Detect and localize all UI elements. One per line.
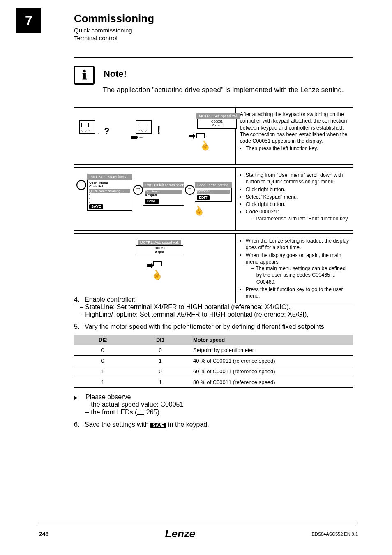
step-row-1: · ? ! ↔ MCTRL: Act. speed val. C00051 0 … — [74, 107, 353, 165]
doc-id: EDS84ASC552 EN 9.1 — [311, 532, 358, 536]
step2-b5: Code 00002/1: Parameterise with left "Ed… — [246, 208, 350, 222]
step2-graphic: Par1 8400 StateLineC User - Menu Code li… — [74, 168, 236, 230]
insert-arrow-icon — [147, 261, 162, 268]
table-row: 0140 % of C00011 (reference speed) — [74, 356, 353, 366]
scroll-icon — [76, 180, 86, 190]
save-key-inline: SAVE — [150, 423, 166, 428]
menu3-title: Load Lenze setting — [195, 182, 232, 188]
step3-text: When the Lenze setting is loaded, the di… — [236, 234, 353, 303]
menu2-body: Terminals Keypad SAVE — [143, 188, 184, 206]
step1-graphic: · ? ! ↔ MCTRL: Act. speed val. C00051 0 … — [74, 108, 236, 164]
table-cell: Setpoint by potentiometer — [189, 345, 353, 356]
table-cell: 60 % of C00011 (reference speed) — [189, 366, 353, 377]
hand-icon: ☝ — [191, 204, 206, 218]
hand-icon: ☝ — [197, 139, 212, 153]
step-row-3: MCTRL: Act. speed val. C00051 0 rpm ☝ Wh… — [74, 233, 353, 303]
cord-icon: · — [97, 128, 99, 139]
step1-line2: The connection has been established when… — [240, 131, 350, 145]
screen-value: 0 rpm — [138, 250, 181, 254]
step1-text: After attaching the keypad or switching … — [236, 108, 353, 164]
page-number: 248 — [39, 531, 48, 537]
item-5: 5.Vary the motor speed with the potentio… — [74, 323, 353, 416]
table-cell: 0 — [74, 356, 131, 366]
table-cell: 80 % of C00011 (reference speed) — [189, 377, 353, 388]
table-cell: 1 — [131, 377, 189, 388]
table-cell: 1 — [74, 377, 131, 388]
step2-b5-dash: Parameterise with left "Edit" function k… — [246, 215, 350, 222]
click-icon — [133, 185, 143, 195]
screen-body: C00051 0 rpm — [197, 119, 237, 129]
click-icon — [185, 185, 195, 195]
col-di2: DI2 — [74, 335, 131, 345]
save-key: SAVE — [89, 204, 103, 209]
table-row: 1060 % of C00011 (reference speed) — [74, 366, 353, 377]
lenze-logo: Lenze — [165, 527, 196, 540]
observe-a: the actual speed value: C00051 — [74, 401, 353, 408]
step2-b1: Starting from "User menu" scroll down wi… — [246, 171, 350, 185]
menu1-body: User - Menu Code list Quick commissionin… — [87, 180, 132, 211]
step3-b2: When the display goes on again, the main… — [246, 251, 350, 285]
table-head-row: DI2 DI1 Motor speed — [74, 335, 353, 345]
col-di1: DI1 — [131, 335, 189, 345]
menu2-title: Par1 Quick commissioning — [143, 182, 184, 188]
step3-b2-dash: The main menu settings can be defined by… — [246, 265, 350, 285]
table-cell: 1 — [74, 366, 131, 377]
menu3-body: C00002/1 EDIT — [195, 188, 232, 202]
item4-b: HighLine/TopLine: Set terminal X5/RFR to… — [74, 311, 353, 318]
observe: Please observe — [74, 393, 353, 401]
chapter-sub1: Quick commissioning — [74, 27, 154, 34]
table-cell: 0 — [74, 345, 131, 356]
menu1-r3: Code list — [89, 185, 130, 189]
step-row-2: Par1 8400 StateLineC User - Menu Code li… — [74, 167, 353, 231]
chapter-number: 7 — [16, 8, 41, 33]
body-text: 4.Enable controller: StateLine: Set term… — [74, 296, 353, 433]
hand-icon: ☝ — [149, 268, 164, 282]
table-row: 00Setpoint by potentiometer — [74, 345, 353, 356]
edit-key: EDIT — [197, 195, 210, 200]
menu3-r2: C00002/1 — [197, 190, 211, 193]
screen-body: C00051 0 rpm — [136, 245, 183, 255]
chapter-title: Commissioning — [74, 12, 154, 25]
page-footer: 248 Lenze EDS84ASC552 EN 9.1 — [39, 523, 358, 540]
table-cell: 40 % of C00011 (reference speed) — [189, 356, 353, 366]
save-key: SAVE — [145, 199, 159, 204]
screen-title-bar: MCTRL: Act. speed val. — [196, 113, 240, 119]
step2-b2: Click right button. — [246, 185, 350, 193]
table-cell: 1 — [131, 356, 189, 366]
menu1-r4: Quick commissioning — [89, 189, 120, 193]
step3-graphic: MCTRL: Act. speed val. C00051 0 rpm ☝ — [74, 234, 236, 303]
page-header: Commissioning Quick commissioning Termin… — [74, 12, 154, 42]
screen-title-bar: MCTRL: Act. speed val. — [138, 240, 182, 245]
chapter-sub2: Terminal control — [74, 35, 154, 42]
exclaim-icon: ! — [157, 124, 161, 136]
step2-b3: Select "Keypad" menu. — [246, 193, 350, 200]
step2-text: Starting from "User menu" scroll down wi… — [236, 168, 353, 230]
keypad-icon — [136, 120, 152, 134]
table-cell: 0 — [131, 366, 189, 377]
header-rule — [74, 57, 353, 58]
table-cell: 0 — [131, 345, 189, 356]
speed-table: DI2 DI1 Motor speed 00Setpoint by potent… — [74, 335, 353, 388]
note-title: Note! — [104, 66, 127, 82]
item-6: 6.Save the settings with SAVE in the key… — [74, 421, 353, 428]
step3-b1: When the Lenze setting is loaded, the di… — [246, 237, 350, 251]
menu2-r2: Terminals — [145, 190, 159, 193]
book-icon — [137, 409, 144, 415]
question-icon: ? — [101, 125, 113, 137]
item-4: 4.Enable controller: StateLine: Set term… — [74, 296, 353, 318]
item4-a: StateLine: Set terminal X4/RFR to HIGH p… — [74, 303, 353, 311]
note-text: The application "actuating drive speed" … — [103, 86, 353, 95]
menu2-r3: Keypad — [145, 194, 182, 197]
col-speed: Motor speed — [189, 335, 353, 345]
note-box: Note! The application "actuating drive s… — [74, 66, 353, 95]
menu1-title: Par1 8400 StateLineC — [87, 174, 132, 180]
keypad-icon — [79, 120, 95, 134]
insert-arrow-icon — [189, 133, 205, 139]
observe-b: the front LEDs ( 265) — [74, 408, 353, 416]
insert-arrow-icon: ↔ — [131, 134, 143, 140]
step1-line1: After attaching the keypad or switching … — [240, 111, 350, 131]
info-icon — [74, 66, 95, 85]
step1-bullet1: Then press the left function key. — [246, 144, 350, 152]
table-row: 1180 % of C00011 (reference speed) — [74, 377, 353, 388]
screen-value: 0 rpm — [199, 124, 235, 127]
